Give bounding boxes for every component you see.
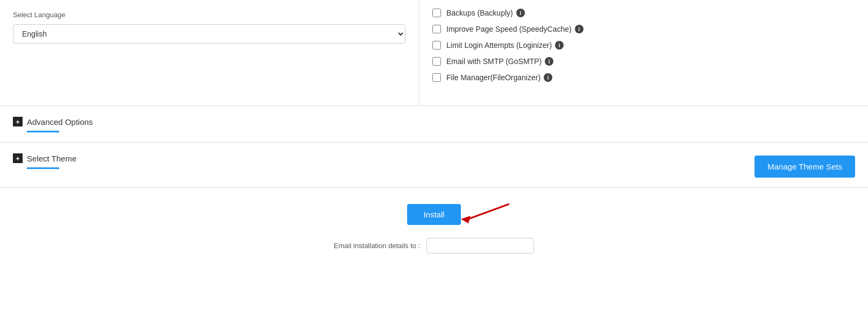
loginizer-checkbox[interactable] xyxy=(432,41,441,50)
theme-underline xyxy=(27,167,59,169)
backuply-label: Backups (Backuply) xyxy=(446,9,513,17)
right-panel: Backups (Backuply) i Improve Page Speed … xyxy=(419,0,868,105)
loginizer-label: Limit Login Attempts (Loginizer) xyxy=(446,41,552,50)
svg-line-0 xyxy=(465,204,509,220)
left-panel: Select Language English Spanish French G… xyxy=(0,0,419,105)
language-select[interactable]: English Spanish French German Italian Po… xyxy=(13,24,405,44)
install-row: Install xyxy=(407,204,460,225)
language-label: Select Language xyxy=(13,11,406,19)
speedycache-label: Improve Page Speed (SpeedyCache) xyxy=(446,25,572,33)
install-button[interactable]: Install xyxy=(407,204,460,225)
advanced-options-section: + Advanced Options xyxy=(0,106,868,143)
advanced-options-header[interactable]: + Advanced Options xyxy=(13,117,855,126)
page-wrapper: Select Language English Spanish French G… xyxy=(0,0,868,331)
list-item: Limit Login Attempts (Loginizer) i xyxy=(432,41,855,50)
list-item: Backups (Backuply) i xyxy=(432,9,855,17)
backuply-checkbox[interactable] xyxy=(432,9,441,17)
advanced-options-label: Advanced Options xyxy=(27,117,93,126)
speedycache-checkbox[interactable] xyxy=(432,25,441,33)
theme-section: + Select Theme Manage Theme Sets xyxy=(0,143,868,188)
select-theme-plus-icon[interactable]: + xyxy=(13,153,23,163)
fileorganizer-info-icon[interactable]: i xyxy=(544,73,552,82)
advanced-options-plus-icon[interactable]: + xyxy=(13,117,23,126)
email-input[interactable] xyxy=(426,238,534,253)
plugin-checkbox-list: Backups (Backuply) i Improve Page Speed … xyxy=(432,9,855,82)
manage-theme-sets-button[interactable]: Manage Theme Sets xyxy=(755,156,855,178)
select-theme-label: Select Theme xyxy=(27,154,76,163)
fileorganizer-checkbox[interactable] xyxy=(432,73,441,82)
fileorganizer-label: File Manager(FileOrganizer) xyxy=(446,73,540,82)
top-section: Select Language English Spanish French G… xyxy=(0,0,868,106)
email-row: Email installation details to : xyxy=(334,238,534,253)
list-item: Improve Page Speed (SpeedyCache) i xyxy=(432,25,855,33)
list-item: File Manager(FileOrganizer) i xyxy=(432,73,855,82)
gosmtp-info-icon[interactable]: i xyxy=(545,57,553,66)
install-section: Install Email installation details to : xyxy=(0,188,868,270)
email-label: Email installation details to : xyxy=(334,242,420,250)
speedycache-info-icon[interactable]: i xyxy=(575,25,584,33)
advanced-options-underline xyxy=(27,131,59,132)
select-theme-header[interactable]: + Select Theme xyxy=(13,153,755,163)
list-item: Email with SMTP (GoSMTP) i xyxy=(432,57,855,66)
gosmtp-label: Email with SMTP (GoSMTP) xyxy=(446,57,542,66)
gosmtp-checkbox[interactable] xyxy=(432,57,441,66)
loginizer-info-icon[interactable]: i xyxy=(555,41,564,50)
svg-marker-1 xyxy=(461,216,471,223)
theme-section-left: + Select Theme xyxy=(13,153,755,169)
arrow-annotation xyxy=(456,199,515,233)
backuply-info-icon[interactable]: i xyxy=(516,9,525,17)
